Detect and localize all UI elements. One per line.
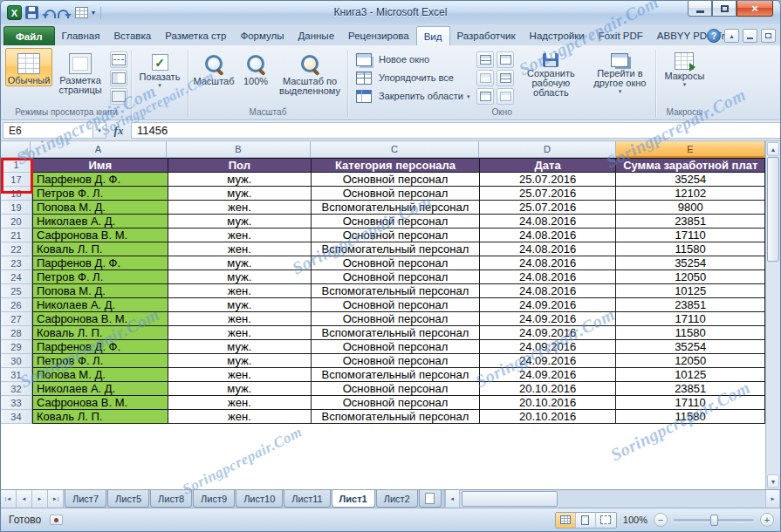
cell[interactable]: 11580 xyxy=(616,326,765,340)
cell[interactable]: Попова М. Д. xyxy=(32,368,168,382)
cell[interactable]: Парфенов Д. Ф. xyxy=(32,173,168,187)
synchronous-scrolling-button[interactable] xyxy=(497,70,514,86)
ribbon-tab-Главная[interactable]: Главная xyxy=(55,26,107,45)
cell[interactable]: 35254 xyxy=(616,340,765,354)
cell[interactable]: Сафронова В. М. xyxy=(32,228,168,242)
cell[interactable]: 23851 xyxy=(616,215,765,228)
cell[interactable]: жен. xyxy=(168,396,312,410)
cell[interactable]: 24.08.2016 xyxy=(480,228,617,242)
cell[interactable]: 20.10.2016 xyxy=(480,410,617,424)
cell[interactable]: жен. xyxy=(168,326,312,340)
cell[interactable]: 24.09.2016 xyxy=(480,368,617,382)
page-layout-button[interactable]: Разметка страницы xyxy=(53,48,107,96)
zoom-button[interactable]: Масштаб xyxy=(192,48,236,87)
cell[interactable]: 24.08.2016 xyxy=(480,284,617,298)
horizontal-scrollbar[interactable]: ◄ ► xyxy=(444,490,780,508)
cell[interactable]: Парфенов Д. Ф. xyxy=(32,340,168,354)
cell[interactable]: 23851 xyxy=(616,298,765,312)
cell[interactable]: муж. xyxy=(168,173,312,187)
zoom-level-label[interactable]: 100% xyxy=(623,515,647,525)
hide-button[interactable] xyxy=(476,70,494,86)
select-all-corner[interactable] xyxy=(1,141,31,158)
cell[interactable]: 12050 xyxy=(616,270,765,284)
cell[interactable]: 24.09.2016 xyxy=(480,326,617,340)
cell[interactable]: 20.10.2016 xyxy=(480,396,617,410)
excel-app-icon[interactable]: X xyxy=(7,5,22,20)
cell[interactable]: Вспомогательный персонал xyxy=(312,368,480,382)
column-header-E[interactable]: E xyxy=(616,141,765,158)
row-header-25[interactable]: 25 xyxy=(1,284,32,298)
vertical-scroll-track[interactable] xyxy=(767,157,779,474)
row-header-33[interactable]: 33 xyxy=(1,396,32,410)
cell[interactable]: 25.07.2016 xyxy=(480,201,617,215)
cell[interactable]: Вспомогательный персонал xyxy=(312,326,480,340)
cell[interactable]: 25.07.2016 xyxy=(480,187,617,201)
unhide-button[interactable] xyxy=(476,88,494,105)
freeze-panes-button[interactable]: Закрепить области ▾ xyxy=(352,87,474,105)
first-sheet-button[interactable]: |◄ xyxy=(1,490,17,508)
cell[interactable]: 24.09.2016 xyxy=(480,354,617,368)
ribbon-tab-Разработчик[interactable]: Разработчик xyxy=(450,26,523,45)
save-icon[interactable] xyxy=(25,6,38,19)
undo-icon[interactable] xyxy=(42,7,55,18)
normal-view-shortcut-button[interactable] xyxy=(556,513,576,528)
minimize-ribbon-icon[interactable]: ▴ xyxy=(724,29,739,43)
cell[interactable]: жен. xyxy=(168,368,312,382)
macros-button[interactable]: Макросы ▾ xyxy=(660,48,709,88)
scroll-up-icon[interactable]: ▲ xyxy=(767,142,779,156)
cell[interactable]: жен. xyxy=(168,228,312,242)
switch-windows-button[interactable]: Перейти в другое окно ▾ xyxy=(587,48,652,95)
page-break-preview-button[interactable] xyxy=(110,51,127,68)
cell[interactable]: Основной персонал xyxy=(312,187,480,201)
cell[interactable]: жен. xyxy=(168,242,312,256)
maximize-button[interactable] xyxy=(712,1,736,17)
cell[interactable]: муж. xyxy=(168,382,312,396)
cell[interactable]: 24.09.2016 xyxy=(480,312,617,326)
cell[interactable]: 12050 xyxy=(616,354,765,368)
cell[interactable]: Попова М. Д. xyxy=(32,201,168,215)
row-header-30[interactable]: 30 xyxy=(1,354,32,368)
custom-views-button[interactable] xyxy=(110,70,127,86)
cell[interactable]: 24.08.2016 xyxy=(480,256,617,270)
view-side-by-side-button[interactable] xyxy=(497,51,514,68)
workbook-minimize-button[interactable] xyxy=(743,29,757,43)
arrange-all-button[interactable]: Упорядочить все xyxy=(352,69,474,86)
cell[interactable]: 35254 xyxy=(616,256,765,270)
cell[interactable]: 12102 xyxy=(616,187,765,201)
name-box-dropdown-icon[interactable]: ▾ xyxy=(93,122,106,139)
cell[interactable]: Основной персонал xyxy=(312,396,480,410)
help-icon[interactable]: ? xyxy=(707,29,721,43)
workbook-restore-button[interactable] xyxy=(761,29,776,43)
cell[interactable]: Попова М. Д. xyxy=(32,284,168,298)
ribbon-tab-Разметка стр[interactable]: Разметка стр xyxy=(158,26,233,45)
cell[interactable]: 24.09.2016 xyxy=(480,298,617,312)
page-layout-shortcut-button[interactable] xyxy=(576,513,596,528)
show-button[interactable]: ✓ Показать ▾ xyxy=(135,48,184,89)
cell[interactable]: Основной персонал xyxy=(312,382,480,396)
cell[interactable]: 20.10.2016 xyxy=(480,382,617,396)
ribbon-tab-Формулы[interactable]: Формулы xyxy=(233,26,291,45)
sheet-tab-Лист1[interactable]: Лист1 xyxy=(332,490,375,508)
cell[interactable]: Основной персонал xyxy=(312,312,480,326)
row-header-20[interactable]: 20 xyxy=(1,215,32,228)
row-header-27[interactable]: 27 xyxy=(1,312,32,326)
zoom-100-button[interactable]: 100% xyxy=(236,48,275,87)
cell[interactable]: Основной персонал xyxy=(312,173,480,187)
cell[interactable]: Петров Ф. Л. xyxy=(32,354,168,368)
cell[interactable]: Дата xyxy=(480,158,617,173)
cell[interactable]: 23851 xyxy=(616,382,765,396)
cell[interactable]: муж. xyxy=(168,298,312,312)
ribbon-tab-Вставка[interactable]: Вставка xyxy=(106,26,158,45)
new-window-button[interactable]: Новое окно xyxy=(352,51,474,68)
vertical-scrollbar[interactable]: ▲ ▼ xyxy=(765,141,780,489)
column-header-C[interactable]: C xyxy=(311,141,479,158)
next-sheet-button[interactable]: ► xyxy=(32,490,48,508)
cell[interactable]: Сумма заработной плат xyxy=(616,158,765,173)
minimize-button[interactable] xyxy=(688,1,712,17)
page-break-shortcut-button[interactable] xyxy=(596,513,616,528)
row-header-32[interactable]: 32 xyxy=(1,382,32,396)
cell[interactable]: 25.07.2016 xyxy=(480,173,617,187)
reset-window-position-button[interactable] xyxy=(497,88,514,105)
cell[interactable]: Николаев А. Д. xyxy=(32,298,168,312)
row-header-28[interactable]: 28 xyxy=(1,326,32,340)
